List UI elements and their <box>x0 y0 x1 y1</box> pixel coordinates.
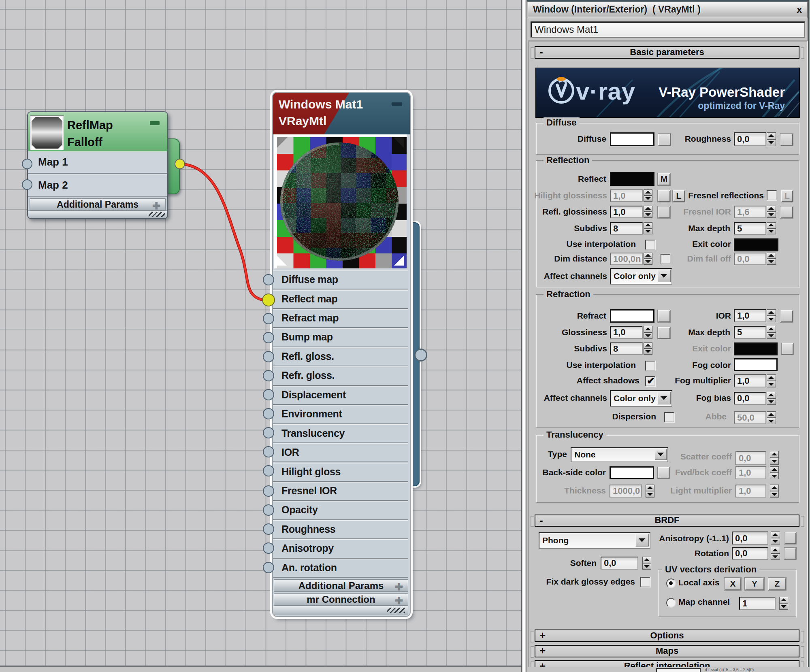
svg-text:optimized for V-Ray: optimized for V-Ray <box>698 100 785 111</box>
svg-text:V-Ray PowerShader: V-Ray PowerShader <box>659 85 785 100</box>
svg-text:v·ray: v·ray <box>576 78 635 105</box>
